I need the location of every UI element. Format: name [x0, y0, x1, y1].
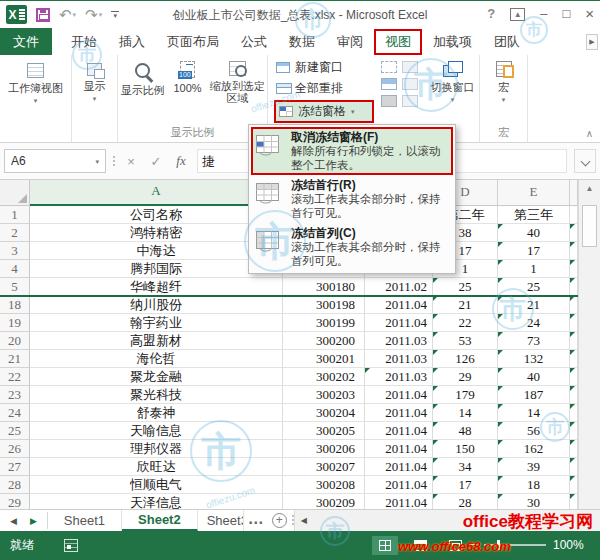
cell-company[interactable]: 恒顺电气: [30, 476, 283, 494]
cell-date[interactable]: 2011.04: [365, 494, 433, 509]
cell-date[interactable]: 2011.03: [365, 368, 433, 386]
cell-year3[interactable]: 56: [498, 422, 570, 440]
cell-year2[interactable]: 53: [433, 332, 498, 350]
cell-code[interactable]: 300202: [283, 368, 365, 386]
cell-overflow[interactable]: [570, 314, 578, 332]
excel-app-icon[interactable]: X: [6, 5, 27, 24]
workbook-views-button[interactable]: 工作簿视图 ▾: [0, 55, 71, 125]
tab-home[interactable]: 开始: [60, 28, 108, 55]
synchronous-scrolling-button[interactable]: [402, 78, 418, 90]
cell-year3[interactable]: 40: [498, 224, 570, 242]
cell-year2[interactable]: 25: [433, 278, 498, 296]
cell-code[interactable]: 300203: [283, 386, 365, 404]
cell-company[interactable]: 天喻信息: [30, 422, 283, 440]
sheet-tab-sheet2[interactable]: Sheet2: [122, 510, 198, 531]
ribbon-display-options-icon[interactable]: ▲: [510, 8, 525, 21]
redo-button[interactable]: ↷▾: [85, 7, 102, 22]
new-window-button[interactable]: 新建窗口: [274, 58, 374, 77]
cell-year3[interactable]: 1: [498, 260, 570, 278]
row-header[interactable]: 1: [0, 206, 30, 224]
tab-addins[interactable]: 加载项: [422, 28, 483, 55]
cell-code[interactable]: 300207: [283, 458, 365, 476]
cell-code[interactable]: 300200: [283, 332, 365, 350]
cell-company[interactable]: 鸿特精密: [30, 224, 283, 242]
view-side-by-side-button[interactable]: [402, 61, 418, 73]
row-header[interactable]: 21: [0, 350, 30, 368]
row-header[interactable]: 23: [0, 386, 30, 404]
macros-button[interactable]: 宏 ▾: [480, 55, 527, 125]
split-button[interactable]: [381, 61, 397, 73]
column-header-e[interactable]: E: [498, 180, 570, 206]
cell-year3[interactable]: 30: [498, 494, 570, 509]
insert-function-icon[interactable]: fx: [172, 153, 190, 169]
cell-code[interactable]: 300205: [283, 422, 365, 440]
cell-year3[interactable]: 39: [498, 458, 570, 476]
cell-date[interactable]: 2011.03: [365, 332, 433, 350]
select-all-corner[interactable]: [0, 180, 30, 206]
cell-company[interactable]: 聚龙金融: [30, 368, 283, 386]
cell-company[interactable]: 欣旺达: [30, 458, 283, 476]
tab-page-layout[interactable]: 页面布局: [156, 28, 230, 55]
tab-scroll-right-icon[interactable]: ▶: [586, 34, 598, 50]
undo-button[interactable]: ↶▾: [59, 7, 76, 22]
cell-date[interactable]: 2011.04: [365, 386, 433, 404]
cell-year3[interactable]: 第三年: [498, 206, 570, 224]
horizontal-scrollbar[interactable]: ◀: [294, 510, 600, 531]
help-icon[interactable]: ?: [487, 5, 495, 23]
cell-company[interactable]: 天泽信息: [30, 494, 283, 509]
cell-year2[interactable]: 29: [433, 368, 498, 386]
cell-year2[interactable]: 14: [433, 404, 498, 422]
cell-overflow[interactable]: [570, 224, 578, 242]
cell-overflow[interactable]: [570, 494, 578, 509]
cell-company[interactable]: 翰宇药业: [30, 314, 283, 332]
normal-view-button[interactable]: [372, 536, 398, 555]
cell-date[interactable]: 2011.04: [365, 422, 433, 440]
cell-year3[interactable]: 40: [498, 368, 570, 386]
cell-code[interactable]: 300201: [283, 350, 365, 368]
zoom-button[interactable]: 显示比例: [118, 55, 168, 125]
zoom-100-button[interactable]: 100%: [168, 55, 208, 125]
cell-overflow[interactable]: [570, 350, 578, 368]
cell-date[interactable]: 2011.04: [365, 314, 433, 332]
cell-date[interactable]: 2011.03: [365, 350, 433, 368]
cell-year3[interactable]: 132: [498, 350, 570, 368]
column-header-f[interactable]: [570, 180, 578, 206]
macro-record-icon[interactable]: [64, 539, 78, 552]
cell-company[interactable]: 高盟新材: [30, 332, 283, 350]
cell-year3[interactable]: 17: [498, 242, 570, 260]
zoom-to-selection-button[interactable]: 缩放到选定区域: [207, 55, 267, 125]
add-sheet-icon[interactable]: +: [272, 513, 287, 528]
arrange-all-button[interactable]: 全部重排: [274, 79, 374, 98]
page-layout-view-button[interactable]: [407, 536, 433, 555]
menu-item-unfreeze-panes[interactable]: 取消冻结窗格(F) 解除所有行和列锁定，以滚动整个工作表。: [251, 127, 453, 175]
name-box[interactable]: A6 ▾: [4, 149, 106, 173]
cell-company[interactable]: 腾邦国际: [30, 260, 283, 278]
tab-formulas[interactable]: 公式: [230, 28, 278, 55]
menu-item-freeze-top-row[interactable]: 冻结首行(R) 滚动工作表其余部分时，保持首行可见。: [251, 175, 453, 223]
cell-year3[interactable]: 18: [498, 476, 570, 494]
cell-overflow[interactable]: [570, 206, 578, 224]
tab-view[interactable]: 视图: [374, 29, 422, 55]
cell-company[interactable]: 纳川股份: [30, 296, 283, 314]
cell-company[interactable]: 海伦哲: [30, 350, 283, 368]
cell-year3[interactable]: 25: [498, 278, 570, 296]
hide-button[interactable]: [381, 78, 397, 90]
tab-file[interactable]: 文件: [0, 28, 52, 55]
tab-team[interactable]: 团队: [483, 28, 531, 55]
cell-year3[interactable]: 73: [498, 332, 570, 350]
cell-date[interactable]: 2011.04: [365, 440, 433, 458]
cell-code[interactable]: 300208: [283, 476, 365, 494]
vertical-scrollbar[interactable]: ▲: [578, 180, 600, 509]
cell-year2[interactable]: 150: [433, 440, 498, 458]
row-header[interactable]: 22: [0, 368, 30, 386]
cell-company[interactable]: 聚光科技: [30, 386, 283, 404]
page-break-preview-button[interactable]: [442, 536, 468, 555]
cell-date[interactable]: 2011.04: [365, 476, 433, 494]
sheet-tab-overflow[interactable]: …: [244, 510, 268, 531]
cell-code[interactable]: 300209: [283, 494, 365, 509]
cell-company[interactable]: 华峰超纤: [30, 278, 283, 296]
show-button[interactable]: 显示 ▾: [72, 55, 117, 125]
row-header[interactable]: 24: [0, 404, 30, 422]
cell-year2[interactable]: 126: [433, 350, 498, 368]
cell-date[interactable]: 2011.04: [365, 458, 433, 476]
